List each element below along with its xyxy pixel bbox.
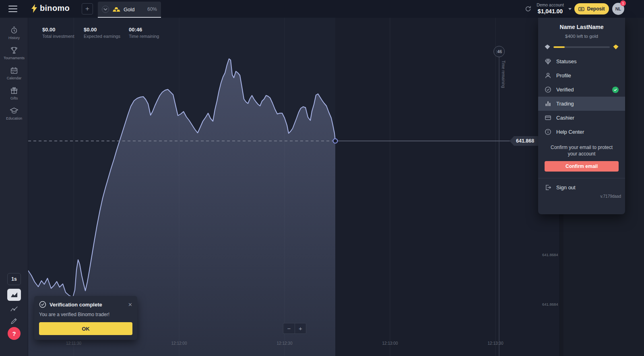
account-caret-icon[interactable] (568, 8, 572, 10)
toast-title: Verification complete (50, 302, 125, 308)
close-icon[interactable]: ✕ (128, 302, 132, 307)
zoom-in-button[interactable]: + (295, 323, 306, 334)
timeframe-button[interactable]: 1s (7, 273, 21, 285)
menu-item-cashier[interactable]: Cashier (538, 111, 625, 125)
menu-item-profile[interactable]: Profile (538, 68, 625, 83)
area-chart-icon (10, 292, 18, 298)
verified-check-icon (612, 87, 619, 93)
sidebar-item-label: Calendar (7, 76, 22, 80)
chart-type-button[interactable] (7, 289, 21, 301)
x-axis-tick: 12:12:00 (167, 341, 191, 346)
deposit-button[interactable]: Deposit (574, 3, 609, 14)
chart-tools: 1s (0, 273, 28, 325)
sidebar-item-label: History (8, 36, 20, 40)
account-balance: $1,041.00 (534, 8, 567, 14)
hamburger-menu-icon[interactable] (8, 6, 17, 12)
menu-item-trading[interactable]: Trading (538, 97, 625, 111)
menu-item-label: Trading (556, 101, 574, 107)
sidebar-item-history[interactable]: History (8, 26, 20, 40)
menu-item-label: Verified (556, 87, 574, 93)
pencil-icon (10, 317, 18, 325)
sign-out-icon (545, 184, 551, 191)
sidebar-item-calendar[interactable]: Calendar (7, 66, 22, 80)
binomo-logo[interactable]: binomo (31, 4, 70, 13)
stat-total-investment: $0.00 Total investment (42, 27, 74, 39)
gift-icon (10, 86, 19, 95)
check-circle-icon (39, 301, 46, 308)
asset-payout: 60% (147, 6, 157, 12)
verified-icon (545, 86, 551, 93)
confirm-email-button[interactable]: Confirm email (545, 161, 619, 172)
x-axis-tick: 12:11:30 (62, 341, 86, 346)
x-axis-tick: 12:12:30 (272, 341, 297, 346)
profile-icon (545, 72, 551, 79)
version-text: v.7179daad (538, 191, 625, 199)
x-axis-tick: 12:13:00 (378, 341, 402, 346)
help-button[interactable]: ? (8, 327, 21, 340)
gold-gem-icon (613, 44, 619, 50)
time-remaining-value: 00:46 (129, 27, 159, 33)
account-menu: Statuses Profile Verified Trading Cashie… (538, 54, 625, 139)
gold-bars-icon (112, 6, 120, 12)
asset-tab-gold[interactable]: Gold 60% (98, 2, 161, 18)
sidebar-item-gifts[interactable]: Gifts (10, 86, 19, 100)
account-menu-panel: Name LastName $400 left to gold Statuses… (538, 18, 625, 214)
expected-earnings-label: Expected earnings (84, 34, 120, 39)
deposit-label: Deposit (587, 6, 605, 12)
add-asset-tab-button[interactable]: + (82, 3, 93, 14)
silver-gem-icon (545, 44, 550, 50)
refresh-icon[interactable] (524, 5, 532, 12)
menu-item-label: Cashier (556, 115, 574, 121)
current-price-badge: 641.868 (510, 136, 538, 146)
info-icon (545, 128, 551, 135)
toast-body: You are a verified Binomo trader! (39, 312, 132, 317)
status-progress-bar (545, 44, 619, 50)
timer-vertical-label: Time remaining (501, 60, 506, 88)
chevron-down-icon[interactable] (102, 6, 109, 13)
logo-text: binomo (40, 4, 70, 13)
trophy-icon (10, 46, 19, 55)
confirm-email-text: Confirm your email to protect your accou… (546, 144, 617, 157)
account-type-label: Demo account (534, 2, 567, 7)
sidebar-nav: History Tournaments Calendar Gifts Educa… (0, 26, 28, 120)
menu-item-verified[interactable]: Verified (538, 83, 625, 97)
expected-earnings-value: $0.00 (84, 27, 120, 33)
sign-out-label: Sign out (556, 184, 576, 190)
statuses-gem-icon (545, 58, 551, 65)
trading-icon (545, 100, 551, 107)
indicators-button[interactable] (10, 304, 19, 313)
sidebar-item-label: Tournaments (4, 56, 25, 60)
lightning-icon (31, 4, 37, 13)
menu-item-label: Profile (556, 72, 571, 79)
drawing-button[interactable] (10, 317, 18, 325)
left-sidebar: History Tournaments Calendar Gifts Educa… (0, 18, 28, 356)
toast-ok-button[interactable]: OK (39, 322, 132, 335)
stat-time-remaining: 00:46 Time remaining (129, 27, 159, 39)
status-progress-text: $400 left to gold (538, 34, 625, 39)
indicators-icon (10, 304, 19, 313)
sign-out-button[interactable]: Sign out (538, 178, 625, 191)
graduation-cap-icon (10, 106, 19, 115)
history-clock-icon (10, 26, 19, 35)
zoom-controls: − + (283, 323, 306, 334)
top-bar: binomo + Gold 60% Demo account $1,041.00 (0, 0, 644, 18)
menu-item-label: Help Center (556, 129, 584, 135)
x-axis-tick: 12:13:30 (483, 341, 508, 346)
sidebar-item-label: Gifts (10, 96, 18, 100)
stat-expected-earnings: $0.00 Expected earnings (84, 27, 120, 39)
sidebar-item-tournaments[interactable]: Tournaments (4, 46, 25, 60)
timer-badge: :46 (493, 46, 505, 57)
time-remaining-label: Time remaining (129, 34, 159, 39)
calendar-icon (10, 66, 19, 75)
banknote-icon (578, 6, 584, 12)
asset-name: Gold (124, 6, 134, 12)
menu-item-statuses[interactable]: Statuses (538, 54, 625, 68)
verification-toast: Verification complete ✕ You are a verifi… (34, 296, 137, 340)
menu-item-help-center[interactable]: Help Center (538, 125, 625, 139)
binomo-app: $0.00 Total investment $0.00 Expected ea… (0, 0, 644, 356)
account-switcher[interactable]: Demo account $1,041.00 (534, 2, 567, 14)
zoom-out-button[interactable]: − (283, 323, 295, 334)
sidebar-item-education[interactable]: Education (6, 106, 22, 120)
cashier-card-icon (545, 114, 551, 121)
total-investment-value: $0.00 (42, 27, 74, 33)
